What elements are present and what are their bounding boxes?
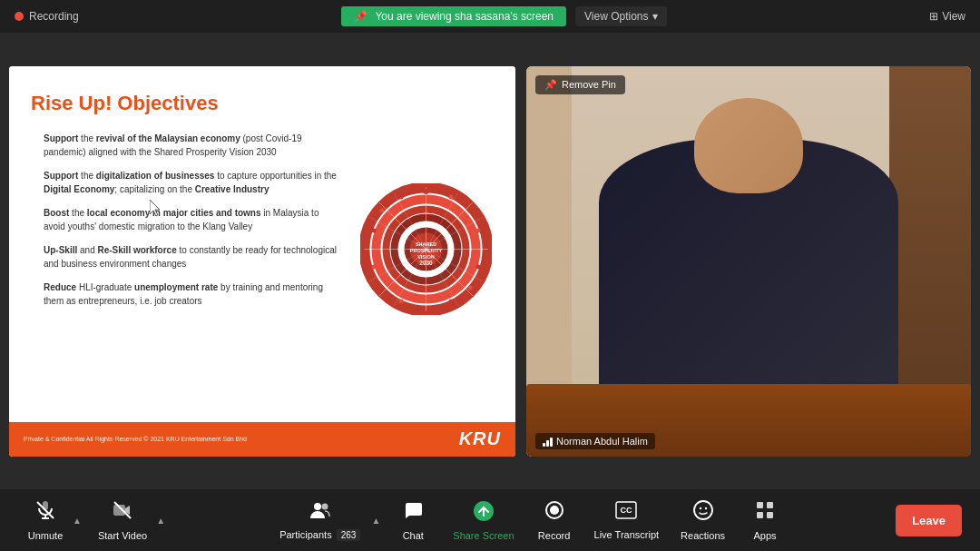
svg-point-23 (467, 286, 472, 290)
slide-title: Rise Up! Objectives (31, 92, 343, 115)
list-item: Support the digitalization of businesses… (31, 169, 343, 197)
reactions-label: Reactions (681, 530, 725, 541)
signal-bars (543, 436, 553, 447)
start-video-button[interactable]: Start Video (89, 494, 156, 546)
svg-point-24 (448, 300, 453, 304)
main-content: Rise Up! Objectives Support the revival … (0, 33, 980, 489)
leave-button[interactable]: Leave (896, 505, 962, 536)
participants-button[interactable]: Participants 263 (270, 495, 369, 546)
svg-text:2030: 2030 (419, 260, 433, 266)
slide-panel: Rise Up! Objectives Support the revival … (9, 66, 515, 457)
microphone-muted-icon (34, 499, 56, 526)
chat-icon (402, 499, 424, 526)
svg-point-19 (448, 195, 453, 200)
pin-icon: 📌 (354, 10, 368, 23)
svg-point-42 (550, 506, 559, 515)
slide-objectives: Support the revival of the Malaysian eco… (31, 132, 343, 309)
signal-bar-1 (543, 443, 545, 447)
list-item: Boost the local economy in major cities … (31, 206, 343, 234)
live-transcript-label: Live Transcript (594, 529, 660, 540)
apps-button[interactable]: Apps (738, 494, 792, 546)
participant-name-badge: Norman Abdul Halim (535, 433, 655, 449)
participants-icon (309, 500, 332, 526)
svg-point-27 (371, 265, 376, 270)
remove-pin-button[interactable]: 📌 Remove Pin (535, 75, 625, 94)
viewing-banner: 📌 You are viewing sha sasana's screen (341, 6, 566, 26)
view-options-label: View Options (584, 10, 648, 23)
reactions-button[interactable]: Reactions (671, 494, 734, 546)
toolbar-center-group: Participants 263 ▲ Chat Share (270, 494, 792, 546)
viewing-text: You are viewing sha sasana's screen (375, 10, 554, 23)
view-label: View (942, 10, 965, 23)
svg-rect-50 (757, 512, 763, 518)
svg-point-46 (699, 507, 701, 509)
remove-pin-label: Remove Pin (562, 79, 616, 90)
start-video-label: Start Video (98, 530, 147, 541)
list-item: Support the revival of the Malaysian eco… (31, 132, 343, 160)
svg-text:CC: CC (621, 506, 632, 515)
share-screen-icon (472, 499, 495, 526)
apps-label: Apps (753, 530, 776, 541)
video-off-icon (112, 499, 133, 526)
svg-point-20 (467, 209, 472, 213)
svg-point-38 (321, 504, 328, 510)
svg-point-18 (423, 189, 428, 194)
live-transcript-icon: CC (614, 500, 638, 526)
view-link: ⊞ View (929, 10, 965, 23)
chat-label: Chat (403, 530, 424, 541)
unmute-button[interactable]: Unmute (18, 494, 73, 546)
slide-footer: Private & Confidential All Rights Reserv… (9, 422, 515, 457)
record-icon (544, 499, 565, 526)
svg-point-29 (379, 209, 384, 213)
recording-dot (15, 12, 24, 21)
reactions-icon (692, 499, 714, 526)
unmute-label: Unmute (28, 530, 64, 541)
video-feed: 📌 Remove Pin Norman Abdul Halim (526, 66, 971, 457)
video-person-head (694, 98, 803, 193)
svg-rect-48 (757, 502, 763, 508)
list-item: Up-Skill and Re-Skill workforce to const… (31, 243, 343, 271)
participants-label: Participants 263 (279, 529, 360, 540)
signal-bar-3 (550, 438, 553, 447)
svg-point-28 (371, 229, 376, 233)
live-transcript-button[interactable]: CC Live Transcript (585, 495, 669, 546)
svg-rect-49 (767, 502, 773, 508)
participants-count-badge: 263 (337, 529, 361, 541)
pin-icon: 📌 (544, 79, 557, 91)
toolbar-left-group: Unmute ▲ Start Video ▲ (18, 494, 167, 546)
svg-text:PROSPERITY: PROSPERITY (409, 248, 442, 253)
video-chevron-icon[interactable]: ▲ (154, 512, 167, 529)
top-bar: Recording 📌 You are viewing sha sasana's… (0, 0, 980, 33)
apps-icon (754, 499, 776, 526)
slide-left: Rise Up! Objectives Support the revival … (31, 92, 343, 408)
slide-chart: SHARED PROSPERITY VISION 2030 (358, 92, 494, 408)
svg-point-26 (379, 286, 384, 290)
signal-bar-2 (546, 440, 549, 447)
recording-label: Recording (29, 10, 79, 23)
video-panel: 📌 Remove Pin Norman Abdul Halim (526, 66, 971, 457)
view-icon: ⊞ (929, 10, 938, 23)
svg-point-21 (475, 229, 480, 233)
chevron-down-icon: ▾ (652, 10, 658, 23)
svg-point-47 (704, 507, 706, 509)
svg-point-45 (694, 501, 712, 519)
bottom-toolbar: Unmute ▲ Start Video ▲ (0, 489, 980, 551)
share-screen-label: Share Screen (453, 530, 514, 541)
record-label: Record (538, 530, 570, 541)
svg-point-25 (398, 300, 403, 304)
participants-chevron-icon[interactable]: ▲ (369, 512, 382, 529)
view-options-button[interactable]: View Options ▾ (575, 6, 666, 26)
unmute-chevron-icon[interactable]: ▲ (71, 512, 83, 529)
footer-copyright: Private & Confidential All Rights Reserv… (24, 436, 247, 442)
svg-text:SHARED: SHARED (415, 241, 436, 247)
slide-body: Rise Up! Objectives Support the revival … (9, 66, 515, 422)
svg-point-22 (475, 265, 480, 270)
share-screen-button[interactable]: Share Screen (444, 494, 523, 546)
svg-rect-51 (767, 512, 773, 518)
svg-point-30 (398, 195, 403, 200)
list-item: Reduce HLI-graduate unemployment rate by… (31, 280, 343, 309)
recording-indicator: Recording (15, 10, 79, 23)
svg-point-37 (314, 503, 321, 510)
record-button[interactable]: Record (527, 494, 582, 546)
chat-button[interactable]: Chat (386, 494, 440, 546)
